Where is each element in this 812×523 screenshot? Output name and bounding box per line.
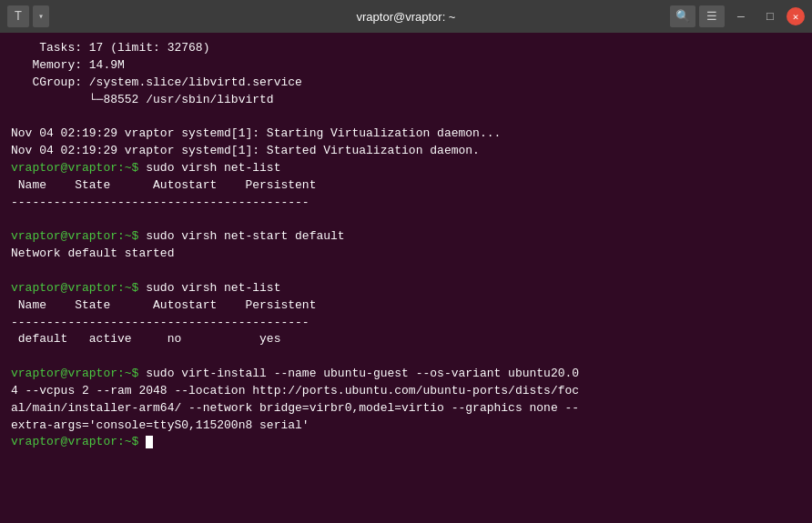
cursor [146,436,153,448]
command: sudo virsh net-list [146,161,280,175]
close-button[interactable]: ✕ [787,7,805,25]
title-bar: T ▾ vraptor@vraptor: ~ 🔍 ☰ — □ ✕ [0,0,812,33]
output-line: CGroup: /system.slice/libvirtd.service [11,75,801,92]
output-line: Nov 04 02:19:29 vraptor systemd[1]: Star… [11,143,801,160]
output-line [11,348,801,366]
output-line: Memory: 14.9M [11,57,801,75]
command: sudo virsh net-start default [146,229,344,243]
terminal-line: vraptor@vraptor:~$ sudo virsh net-start … [11,228,801,246]
prompt: vraptor@vraptor:~$ [11,435,146,448]
output-line: Name State Autostart Persistent [11,297,801,315]
minimize-button[interactable]: — [728,5,754,27]
search-button[interactable]: 🔍 [670,5,695,27]
terminal-line: vraptor@vraptor:~$ sudo virt-install --n… [11,366,801,383]
output-line: Network default started [11,246,801,263]
output-line: default active no yes [11,331,801,348]
output-line: ----------------------------------------… [11,315,801,332]
output-line [11,263,801,280]
output-line: ----------------------------------------… [11,195,801,212]
output-line: extra-args='console=ttyS0,115200n8 seria… [11,417,801,435]
output-line: └─88552 /usr/sbin/libvirtd [11,92,801,109]
window-title: vraptor@vraptor: ~ [357,10,456,24]
terminal-body: Tasks: 17 (limit: 32768) Memory: 14.9M C… [0,33,812,523]
terminal-icon: T [7,5,29,27]
terminal-line: vraptor@vraptor:~$ sudo virsh net-list [11,280,801,297]
command: sudo virsh net-list [146,281,280,295]
terminal-line: vraptor@vraptor:~$ [11,434,801,451]
output-line: Tasks: 17 (limit: 32768) [11,40,801,57]
prompt: vraptor@vraptor:~$ [11,229,146,243]
terminal-line: vraptor@vraptor:~$ sudo virsh net-list [11,160,801,177]
output-line: Name State Autostart Persistent [11,177,801,195]
dropdown-button[interactable]: ▾ [33,5,49,27]
output-line: 4 --vcpus 2 --ram 2048 --location http:/… [11,383,801,400]
prompt: vraptor@vraptor:~$ [11,281,146,295]
output-line: al/main/installer-arm64/ --network bridg… [11,400,801,417]
prompt: vraptor@vraptor:~$ [11,161,146,175]
hamburger-button[interactable]: ☰ [699,5,725,27]
output-line [11,108,801,126]
output-line: Nov 04 02:19:29 vraptor systemd[1]: Star… [11,126,801,143]
command: sudo virt-install --name ubuntu-guest --… [146,367,579,380]
prompt: vraptor@vraptor:~$ [11,367,146,380]
maximize-button[interactable]: □ [757,5,783,27]
output-line [11,211,801,228]
